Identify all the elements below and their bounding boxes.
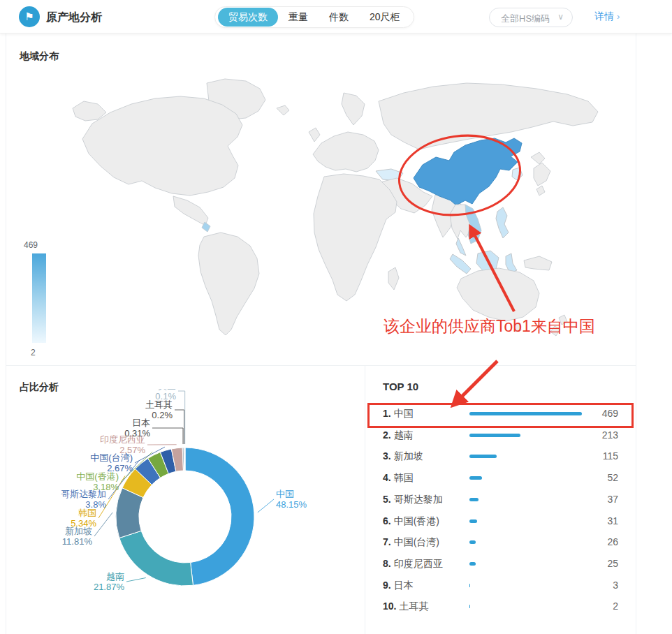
- country-papua: [524, 256, 552, 270]
- top10-row-label: 4.韩国: [383, 472, 414, 485]
- country-sumatra: [450, 254, 471, 274]
- country-iceland: [277, 105, 289, 115]
- chevron-down-icon: ∨: [557, 12, 564, 22]
- top10-row-value: 26: [607, 536, 618, 547]
- donut-label-line-1: [126, 578, 146, 582]
- top10-row-value: 3: [613, 580, 618, 591]
- pie-panel: 中国48.15%越南21.87%新加坡11.81%韩国5.34%哥斯达黎加3.8…: [6, 365, 365, 634]
- country-malay-peninsula: [456, 238, 466, 256]
- top10-row-label: 5.哥斯达黎加: [383, 494, 443, 506]
- flag-logo-icon: ⚑: [19, 6, 40, 27]
- world-map-svg: [70, 72, 601, 341]
- top10-row-10[interactable]: 10.土耳其2: [365, 596, 636, 617]
- country-scandinavia: [342, 93, 365, 125]
- top10-row-value: 52: [607, 472, 618, 483]
- top10-row-label: 6.中国(香港): [383, 515, 439, 528]
- top10-row-label: 8.印度尼西亚: [383, 558, 443, 570]
- donut-label-3: 韩国5.34%: [71, 508, 96, 529]
- tab-2[interactable]: 件数: [319, 8, 359, 27]
- donut-label-percent: 0.31%: [124, 428, 150, 438]
- donut-svg: [6, 389, 365, 634]
- donut-label-percent: 3.8%: [61, 499, 106, 510]
- top10-row-5[interactable]: 5.哥斯达黎加37: [365, 489, 636, 510]
- hs-code-select[interactable]: 全部HS编码 ∨: [489, 8, 573, 27]
- donut-slice-10[interactable]: [184, 448, 185, 471]
- top10-row-7[interactable]: 7.中国(台湾)26: [365, 531, 636, 552]
- donut-label-percent: 21.87%: [94, 582, 124, 592]
- donut-label-line-2: [94, 513, 112, 536]
- top10-row-label: 3.新加坡: [383, 450, 423, 463]
- country-central-america: [173, 196, 208, 226]
- country-africa: [314, 174, 397, 301]
- top10-row-bar: [469, 584, 470, 587]
- top10-row-value: 31: [607, 515, 618, 526]
- country-madagascar: [388, 267, 399, 290]
- chevron-right-icon: ›: [617, 11, 620, 22]
- top10-row-4[interactable]: 4.韩国52: [365, 467, 636, 488]
- top10-row-6[interactable]: 6.中国(香港)31: [365, 510, 636, 531]
- top10-row-bar: [469, 498, 479, 501]
- top10-row-3[interactable]: 3.新加坡115: [365, 445, 636, 466]
- top10-row-bar: [469, 455, 497, 458]
- donut-label-percent: 0.2%: [145, 410, 173, 420]
- top10-row-bar: [469, 605, 470, 608]
- page-title: 原产地分析: [46, 10, 102, 25]
- map-legend-max: 469: [24, 240, 38, 250]
- donut-label-percent: 48.15%: [276, 499, 307, 510]
- hs-code-select-value: 全部HS编码: [501, 13, 550, 25]
- top10-row-bar: [469, 540, 476, 544]
- tab-0[interactable]: 贸易次数: [218, 8, 278, 27]
- donut-label-9: 土耳其0.2%: [145, 399, 173, 420]
- country-uk: [309, 128, 320, 142]
- top10-row-bar: [469, 434, 520, 437]
- top10-row-value: 25: [607, 558, 618, 569]
- top10-row-bar: [469, 562, 476, 566]
- donut-label-2: 新加坡11.81%: [62, 526, 92, 547]
- top10-row-9[interactable]: 9.日本3: [365, 575, 636, 596]
- donut-label-name: 中国: [276, 489, 307, 499]
- top10-row-bar: [469, 519, 477, 523]
- country-north-america: [82, 96, 242, 196]
- donut-label-percent: 2.57%: [100, 445, 145, 455]
- top10-row-label: 10.土耳其: [383, 600, 428, 613]
- map-section-title: 地域分布: [20, 50, 59, 63]
- top10-row-value: 115: [603, 450, 618, 462]
- annotation-text: 该企业的供应商Tob1来自中国: [384, 316, 595, 337]
- donut-label-1: 越南21.87%: [94, 571, 124, 592]
- donut-label-percent: 3.18%: [76, 482, 119, 492]
- header-bar: ⚑ 原产地分析 贸易次数重量件数20尺柜 全部HS编码 ∨ 详情 ›: [0, 0, 672, 34]
- donut-slice-1[interactable]: [119, 531, 193, 586]
- country-south-america: [198, 233, 259, 335]
- map-legend-min: 2: [31, 348, 36, 357]
- top10-row-value: 37: [607, 494, 618, 505]
- detail-link[interactable]: 详情 ›: [594, 10, 620, 23]
- country-australia: [457, 268, 539, 321]
- world-map: [70, 72, 601, 341]
- metric-tab-group: 贸易次数重量件数20尺柜: [214, 6, 414, 28]
- donut-chart: 中国48.15%越南21.87%新加坡11.81%韩国5.34%哥斯达黎加3.8…: [6, 389, 365, 634]
- donut-label-line-8: [152, 428, 183, 444]
- donut-label-percent: 2.67%: [90, 463, 133, 473]
- donut-label-line-0: [258, 499, 274, 513]
- top10-row-bar: [469, 476, 482, 480]
- top10-row-label: 7.中国(台湾): [383, 536, 439, 549]
- top10-row-2[interactable]: 2.越南213: [365, 425, 636, 445]
- top10-row-bar: [469, 412, 582, 415]
- country-europe: [313, 132, 379, 172]
- donut-label-8: 日本0.31%: [124, 418, 150, 438]
- country-philippines: [496, 207, 509, 238]
- donut-label-percent: 5.34%: [71, 518, 96, 529]
- tab-1[interactable]: 重量: [278, 8, 319, 27]
- donut-label-5: 中国(香港)3.18%: [76, 471, 119, 492]
- top10-title: TOP 10: [383, 381, 418, 392]
- tab-3[interactable]: 20尺柜: [359, 8, 411, 27]
- donut-label-0: 中国48.15%: [276, 489, 307, 510]
- donut-label-percent: 11.81%: [62, 536, 92, 547]
- top10-row-8[interactable]: 8.印度尼西亚25: [365, 553, 636, 574]
- donut-slice-0[interactable]: [185, 448, 254, 585]
- donut-label-10: 美国0.1%: [155, 389, 176, 401]
- top10-panel: TOP 10 1.中国4692.越南2133.新加坡1154.韩国525.哥斯达…: [365, 365, 636, 634]
- top10-row-value: 2: [613, 600, 618, 612]
- top10-row-1[interactable]: 1.中国469: [365, 403, 636, 424]
- donut-label-name: 越南: [94, 571, 124, 582]
